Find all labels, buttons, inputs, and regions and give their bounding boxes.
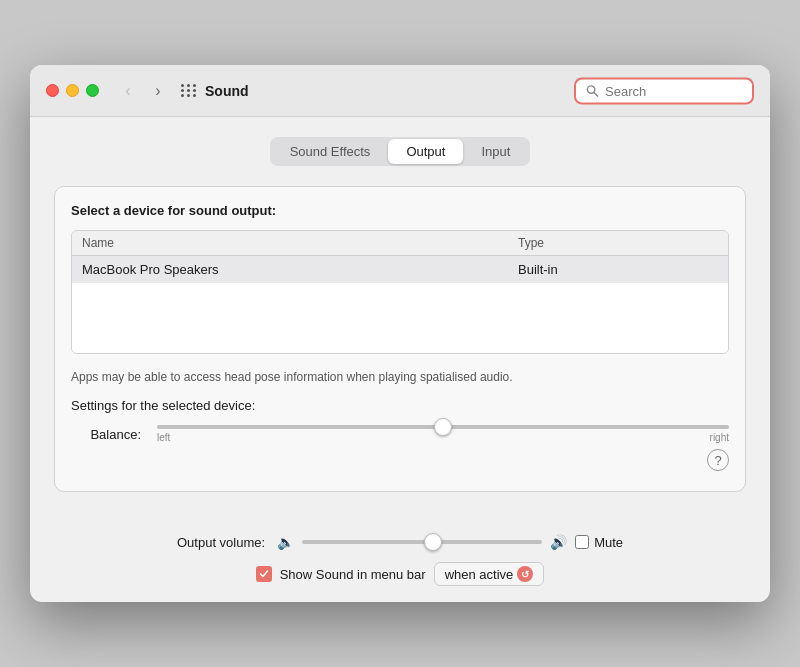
nav-buttons: ‹ › — [115, 81, 171, 101]
grid-icon — [181, 84, 197, 97]
balance-slider-container: left right — [157, 425, 729, 443]
main-window: ‹ › Sound Sound Effects — [30, 65, 770, 602]
device-name: MacBook Pro Speakers — [82, 262, 518, 277]
balance-slider[interactable] — [157, 425, 729, 429]
traffic-lights — [46, 84, 99, 97]
mute-text: Mute — [594, 535, 623, 550]
svg-line-1 — [594, 92, 597, 95]
checkmark-icon — [259, 569, 269, 579]
table-header: Name Type — [72, 231, 728, 256]
balance-slider-labels: left right — [157, 432, 729, 443]
close-button[interactable] — [46, 84, 59, 97]
info-text: Apps may be able to access head pose inf… — [71, 368, 729, 386]
volume-label: Output volume: — [177, 535, 265, 550]
volume-slider[interactable] — [302, 540, 542, 544]
show-sound-row: Show Sound in menu bar when active ↺ — [54, 562, 746, 586]
mute-checkbox[interactable] — [575, 535, 589, 549]
balance-right-label: right — [710, 432, 729, 443]
window-title: Sound — [205, 83, 249, 99]
col-name-header: Name — [82, 236, 518, 250]
search-input[interactable] — [605, 83, 742, 98]
table-row[interactable]: MacBook Pro Speakers Built-in — [72, 256, 728, 283]
show-sound-label: Show Sound in menu bar — [280, 567, 426, 582]
tabs-container: Sound Effects Output Input — [54, 137, 746, 166]
output-panel: Select a device for sound output: Name T… — [54, 186, 746, 492]
tab-output[interactable]: Output — [388, 139, 463, 164]
balance-label: Balance: — [71, 427, 141, 442]
grid-view-button[interactable] — [181, 84, 197, 97]
volume-high-icon: 🔊 — [550, 534, 567, 550]
tab-sound-effects[interactable]: Sound Effects — [272, 139, 389, 164]
minimize-button[interactable] — [66, 84, 79, 97]
balance-row: Balance: left right — [71, 425, 729, 443]
col-type-header: Type — [518, 236, 718, 250]
table-empty-area — [72, 283, 728, 353]
tabs: Sound Effects Output Input — [270, 137, 531, 166]
help-button[interactable]: ? — [707, 449, 729, 471]
when-active-button[interactable]: when active ↺ — [434, 562, 545, 586]
forward-button[interactable]: › — [145, 81, 171, 101]
balance-left-label: left — [157, 432, 170, 443]
tab-input[interactable]: Input — [463, 139, 528, 164]
device-type: Built-in — [518, 262, 718, 277]
titlebar: ‹ › Sound — [30, 65, 770, 117]
device-table: Name Type MacBook Pro Speakers Built-in — [71, 230, 729, 354]
settings-label: Settings for the selected device: — [71, 398, 729, 413]
search-icon — [586, 84, 599, 97]
when-active-icon: ↺ — [517, 566, 533, 582]
mute-label: Mute — [575, 535, 623, 550]
help-icon: ? — [714, 453, 721, 468]
show-sound-checkbox[interactable] — [256, 566, 272, 582]
back-button[interactable]: ‹ — [115, 81, 141, 101]
volume-low-icon: 🔈 — [277, 534, 294, 550]
maximize-button[interactable] — [86, 84, 99, 97]
content-area: Sound Effects Output Input Select a devi… — [30, 117, 770, 524]
volume-row: Output volume: 🔈 🔊 Mute — [54, 534, 746, 550]
when-active-text: when active — [445, 567, 514, 582]
help-row: ? — [71, 449, 729, 471]
section-title: Select a device for sound output: — [71, 203, 729, 218]
search-bar[interactable] — [574, 77, 754, 104]
bottom-controls: Output volume: 🔈 🔊 Mute Show Sound in me… — [30, 524, 770, 602]
